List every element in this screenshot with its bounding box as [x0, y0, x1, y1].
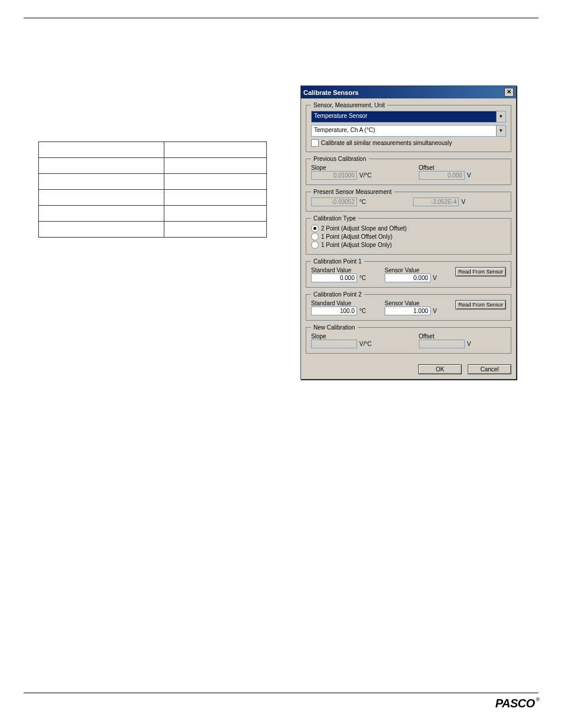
chevron-down-icon[interactable]: ▾ — [496, 111, 505, 122]
radio-label: 1 Point (Adjust Slope Only) — [321, 242, 392, 248]
cancel-button[interactable]: Cancel — [468, 364, 511, 374]
caltype-1point-offset-radio[interactable]: 1 Point (Adjust Offset Only) — [311, 233, 506, 241]
caltype-2point-radio[interactable]: 2 Point (Adjust Slope and Offset) — [311, 225, 506, 232]
content-table — [38, 141, 267, 238]
sensor-dropdown-text: Temperature Sensor — [312, 111, 496, 122]
cp1-sensor-label: Sensor Value — [385, 267, 437, 274]
newcal-offset-unit: V — [467, 341, 471, 347]
close-icon[interactable]: ✕ — [504, 88, 514, 97]
smu-legend: Sensor, Measurement, Unit — [311, 102, 387, 108]
pasco-logo: PASCO — [495, 697, 538, 710]
cp2-read-button[interactable]: Read From Sensor — [455, 300, 506, 309]
checkbox-icon[interactable] — [311, 139, 319, 147]
cp1-std-unit: °C — [359, 275, 366, 281]
cp2-std-field[interactable]: 100.0 — [311, 307, 357, 315]
cp2-legend: Calibration Point 2 — [311, 291, 364, 298]
newcal-legend: New Calibration — [311, 324, 358, 331]
cp1-legend: Calibration Point 1 — [311, 258, 364, 265]
cp2-std-label: Standard Value — [311, 300, 366, 307]
calibrate-all-checkbox[interactable]: Calibrate all similar measurements simul… — [311, 139, 506, 147]
prev-offset-field: 0.000 — [419, 171, 465, 180]
newcal-slope-unit: V/°C — [359, 341, 372, 347]
dialog-title: Calibrate Sensors — [303, 89, 359, 96]
newcal-slope-field — [311, 340, 357, 348]
cp2-std-unit: °C — [359, 308, 366, 314]
cp1-std-label: Standard Value — [311, 267, 366, 274]
calibration-point-2-group: Calibration Point 2 Standard Value 100.0… — [306, 291, 511, 321]
prev-offset-label: Offset — [419, 164, 471, 171]
newcal-offset-label: Offset — [419, 333, 471, 340]
present-sensor-group: Present Sensor Measurement -0.03052 °C -… — [306, 189, 511, 212]
radio-label: 2 Point (Adjust Slope and Offset) — [321, 225, 406, 232]
caltype-legend: Calibration Type — [311, 215, 358, 222]
prev-slope-field: 0.01000 — [311, 171, 357, 180]
checkbox-label: Calibrate all similar measurements simul… — [321, 140, 452, 146]
prev-cal-legend: Previous Calibration — [311, 156, 369, 162]
chevron-down-icon[interactable]: ▾ — [496, 126, 505, 136]
cp2-sensor-field[interactable]: 1.000 — [385, 307, 431, 315]
newcal-offset-field — [419, 340, 465, 348]
dialog-titlebar[interactable]: Calibrate Sensors ✕ — [301, 86, 516, 98]
cp1-read-button[interactable]: Read From Sensor — [455, 267, 506, 276]
measurement-dropdown[interactable]: Temperature, Ch A (°C) ▾ — [311, 125, 506, 137]
calibrate-sensors-dialog: Calibrate Sensors ✕ Sensor, Measurement,… — [300, 85, 517, 380]
cp1-sensor-field[interactable]: 0.000 — [385, 274, 431, 282]
newcal-slope-label: Slope — [311, 333, 372, 340]
radio-label: 1 Point (Adjust Offset Only) — [321, 233, 392, 240]
prev-slope-unit: V/°C — [359, 172, 372, 179]
present-value-field: -0.03052 — [311, 197, 357, 206]
measurement-dropdown-text: Temperature, Ch A (°C) — [312, 126, 496, 136]
calibration-type-group: Calibration Type 2 Point (Adjust Slope a… — [306, 215, 511, 255]
cp1-sensor-unit: V — [433, 275, 437, 281]
sensor-dropdown[interactable]: Temperature Sensor ▾ — [311, 111, 506, 123]
present-value-unit: °C — [359, 199, 366, 205]
present-raw-field: -3.052E-4 — [413, 197, 459, 206]
cp1-std-field[interactable]: 0.000 — [311, 274, 357, 282]
previous-calibration-group: Previous Calibration Slope 0.01000 V/°C … — [306, 156, 511, 185]
new-calibration-group: New Calibration Slope V/°C Offset V — [306, 324, 511, 354]
calibration-point-1-group: Calibration Point 1 Standard Value 0.000… — [306, 258, 511, 288]
prev-slope-label: Slope — [311, 164, 372, 171]
prev-offset-unit: V — [467, 172, 471, 179]
sensor-measurement-unit-group: Sensor, Measurement, Unit Temperature Se… — [306, 102, 511, 152]
ok-button[interactable]: OK — [418, 364, 462, 374]
cp2-sensor-label: Sensor Value — [385, 300, 437, 307]
caltype-1point-slope-radio[interactable]: 1 Point (Adjust Slope Only) — [311, 241, 506, 249]
cp2-sensor-unit: V — [433, 308, 437, 314]
page-footer: PASCO — [24, 693, 538, 710]
present-legend: Present Sensor Measurement — [311, 189, 394, 195]
present-raw-unit: V — [461, 199, 465, 205]
